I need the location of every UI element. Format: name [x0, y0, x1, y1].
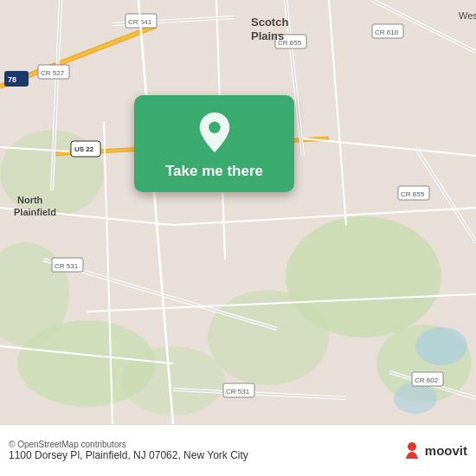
map-label-north-plainfield2: Plainfield [14, 207, 56, 217]
map-label-north-plainfield: North [17, 195, 43, 205]
map-label-wes: Wes [459, 10, 476, 21]
location-pin-icon [196, 111, 234, 154]
svg-point-9 [394, 383, 437, 414]
bottom-bar: © OpenStreetMap contributors 1100 Dorsey… [0, 424, 476, 476]
road-label-us22: US 22 [74, 145, 94, 153]
road-label-cr602: CR 602 [415, 376, 439, 384]
svg-point-8 [415, 327, 467, 365]
road-label-cr527: CR 527 [41, 69, 65, 77]
map-label-scotch-plains2: Plains [251, 29, 284, 42]
bottom-content: © OpenStreetMap contributors 1100 Dorsey… [9, 440, 397, 461]
map-label-scotch-plains: Scotch [251, 16, 288, 29]
svg-point-50 [209, 122, 220, 133]
osm-copyright: © OpenStreetMap contributors [9, 440, 126, 449]
svg-point-51 [408, 442, 416, 451]
address-text: 1100 Dorsey Pl, Plainfield, NJ 07062, Ne… [9, 449, 397, 461]
take-me-there-label: Take me there [165, 163, 263, 180]
road-label-cr610: CR 610 [375, 29, 399, 36]
copyright-row: © OpenStreetMap contributors [9, 440, 126, 449]
moovit-icon [402, 441, 421, 460]
road-label-cr655-right: CR 655 [401, 190, 425, 198]
road-label-cr531-bottom: CR 531 [226, 388, 250, 396]
moovit-logo: moovit [402, 441, 467, 460]
road-label-78: 78 [8, 75, 16, 84]
map-container: 78 US 22 CR 641 CR 527 CR 655 CR 610 CR … [0, 0, 476, 424]
moovit-text: moovit [425, 443, 467, 458]
svg-point-7 [121, 346, 225, 415]
bottom-main-row: 1100 Dorsey Pl, Plainfield, NJ 07062, Ne… [9, 449, 397, 461]
road-label-cr531: CR 531 [55, 262, 79, 270]
take-me-there-card[interactable]: Take me there [134, 95, 294, 192]
